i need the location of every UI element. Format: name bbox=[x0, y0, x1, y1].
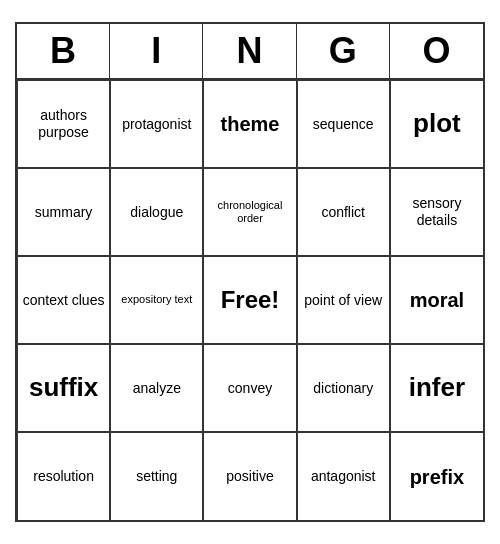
cell-text: dialogue bbox=[130, 204, 183, 221]
header-letter: G bbox=[297, 24, 390, 78]
cell-text: suffix bbox=[29, 372, 98, 403]
cell-text: setting bbox=[136, 468, 177, 485]
bingo-cell: suffix bbox=[17, 344, 110, 432]
bingo-cell: resolution bbox=[17, 432, 110, 520]
cell-text: prefix bbox=[410, 465, 464, 489]
bingo-cell: conflict bbox=[297, 168, 390, 256]
header-letter: O bbox=[390, 24, 483, 78]
bingo-header: BINGO bbox=[17, 24, 483, 80]
bingo-card: BINGO authors purposeprotagonistthemeseq… bbox=[15, 22, 485, 522]
cell-text: dictionary bbox=[313, 380, 373, 397]
cell-text: expository text bbox=[121, 293, 192, 306]
cell-text: analyze bbox=[133, 380, 181, 397]
bingo-cell: setting bbox=[110, 432, 203, 520]
cell-text: chronological order bbox=[208, 199, 291, 225]
cell-text: infer bbox=[409, 372, 465, 403]
header-letter: I bbox=[110, 24, 203, 78]
cell-text: Free! bbox=[221, 286, 280, 315]
bingo-cell: prefix bbox=[390, 432, 483, 520]
bingo-cell: context clues bbox=[17, 256, 110, 344]
bingo-cell: antagonist bbox=[297, 432, 390, 520]
cell-text: moral bbox=[410, 288, 464, 312]
cell-text: protagonist bbox=[122, 116, 191, 133]
bingo-cell: sequence bbox=[297, 80, 390, 168]
bingo-cell: protagonist bbox=[110, 80, 203, 168]
cell-text: context clues bbox=[23, 292, 105, 309]
cell-text: antagonist bbox=[311, 468, 376, 485]
header-letter: B bbox=[17, 24, 110, 78]
bingo-cell: plot bbox=[390, 80, 483, 168]
cell-text: summary bbox=[35, 204, 93, 221]
bingo-cell: dictionary bbox=[297, 344, 390, 432]
bingo-cell: authors purpose bbox=[17, 80, 110, 168]
bingo-cell: positive bbox=[203, 432, 296, 520]
cell-text: conflict bbox=[321, 204, 365, 221]
cell-text: plot bbox=[413, 108, 461, 139]
bingo-cell: moral bbox=[390, 256, 483, 344]
cell-text: resolution bbox=[33, 468, 94, 485]
bingo-cell: theme bbox=[203, 80, 296, 168]
cell-text: sequence bbox=[313, 116, 374, 133]
bingo-cell: Free! bbox=[203, 256, 296, 344]
cell-text: sensory details bbox=[395, 195, 479, 229]
cell-text: positive bbox=[226, 468, 273, 485]
cell-text: convey bbox=[228, 380, 272, 397]
bingo-cell: convey bbox=[203, 344, 296, 432]
cell-text: point of view bbox=[304, 292, 382, 309]
bingo-cell: point of view bbox=[297, 256, 390, 344]
bingo-grid: authors purposeprotagonistthemesequencep… bbox=[17, 80, 483, 520]
bingo-cell: infer bbox=[390, 344, 483, 432]
bingo-cell: dialogue bbox=[110, 168, 203, 256]
bingo-cell: summary bbox=[17, 168, 110, 256]
header-letter: N bbox=[203, 24, 296, 78]
bingo-cell: chronological order bbox=[203, 168, 296, 256]
cell-text: theme bbox=[221, 112, 280, 136]
bingo-cell: expository text bbox=[110, 256, 203, 344]
bingo-cell: sensory details bbox=[390, 168, 483, 256]
bingo-cell: analyze bbox=[110, 344, 203, 432]
cell-text: authors purpose bbox=[22, 107, 105, 141]
